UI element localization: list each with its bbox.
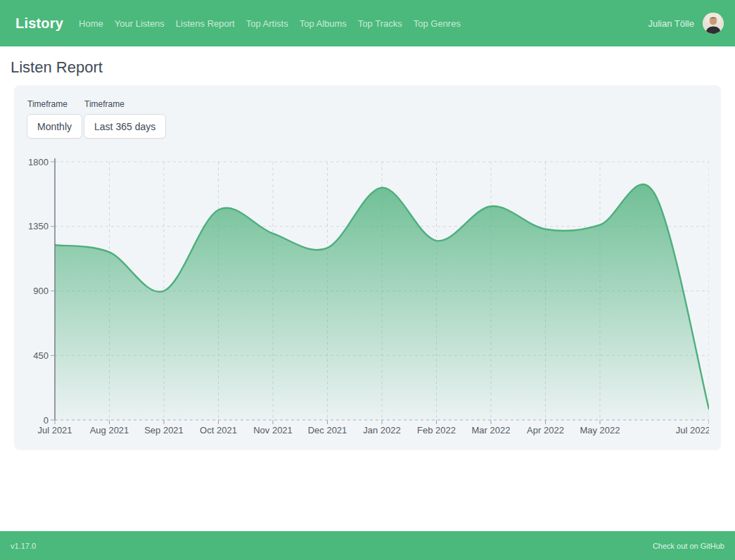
svg-text:Oct 2021: Oct 2021 xyxy=(200,425,237,435)
timeframe-filters: Timeframe Monthly Timeframe Last 365 day… xyxy=(27,98,709,139)
nav-item-top-albums[interactable]: Top Albums xyxy=(294,13,352,34)
timeframe-range-label: Timeframe xyxy=(84,99,166,109)
svg-text:1800: 1800 xyxy=(28,157,49,167)
timeframe-range-button[interactable]: Last 365 days xyxy=(84,114,166,139)
svg-text:Jul 2022: Jul 2022 xyxy=(676,425,709,435)
nav-item-top-tracks[interactable]: Top Tracks xyxy=(352,13,408,34)
nav-item-top-artists[interactable]: Top Artists xyxy=(241,13,294,34)
app-version: v1.17.0 xyxy=(11,542,36,550)
app-logo[interactable]: Listory xyxy=(15,15,63,32)
svg-text:Apr 2022: Apr 2022 xyxy=(527,425,564,435)
user-name[interactable]: Julian Tölle xyxy=(648,18,694,29)
avatar-photo xyxy=(703,13,724,34)
svg-text:900: 900 xyxy=(33,286,49,296)
report-card: Timeframe Monthly Timeframe Last 365 day… xyxy=(14,85,721,450)
user-avatar[interactable] xyxy=(703,13,724,34)
nav-item-listens-report[interactable]: Listens Report xyxy=(170,13,241,34)
navbar-links: HomeYour ListensListens ReportTop Artist… xyxy=(73,13,466,34)
svg-text:Nov 2021: Nov 2021 xyxy=(253,425,293,435)
nav-item-your-listens[interactable]: Your Listens xyxy=(109,13,170,34)
github-link[interactable]: Check out on GitHub xyxy=(653,542,724,550)
timeframe-range-group: Timeframe Last 365 days xyxy=(84,98,166,139)
svg-text:May 2022: May 2022 xyxy=(580,425,620,435)
svg-text:450: 450 xyxy=(33,350,49,361)
nav-item-home[interactable]: Home xyxy=(73,13,109,34)
main-content: Listen Report Timeframe Monthly Timefram… xyxy=(0,58,735,450)
svg-text:Jul 2021: Jul 2021 xyxy=(37,425,72,435)
listens-area-chart: 045090013501800Jul 2021Aug 2021Sep 2021O… xyxy=(27,157,709,438)
svg-text:Dec 2021: Dec 2021 xyxy=(308,425,347,435)
listen-chart-svg: 045090013501800Jul 2021Aug 2021Sep 2021O… xyxy=(27,157,709,437)
timeframe-mode-group: Timeframe Monthly xyxy=(27,98,82,139)
navbar: Listory HomeYour ListensListens ReportTo… xyxy=(0,0,735,46)
timeframe-mode-button[interactable]: Monthly xyxy=(27,114,82,139)
svg-text:0: 0 xyxy=(44,415,49,426)
navbar-user-section: Julian Tölle xyxy=(648,13,724,34)
svg-text:Mar 2022: Mar 2022 xyxy=(472,425,511,435)
footer: v1.17.0 Check out on GitHub xyxy=(0,531,735,560)
svg-text:Jan 2022: Jan 2022 xyxy=(363,425,401,435)
svg-text:Sep 2021: Sep 2021 xyxy=(144,425,184,435)
svg-text:Aug 2021: Aug 2021 xyxy=(90,425,129,435)
timeframe-mode-label: Timeframe xyxy=(27,99,82,109)
svg-text:1350: 1350 xyxy=(28,221,49,231)
svg-text:Feb 2022: Feb 2022 xyxy=(417,425,456,435)
page-title: Listen Report xyxy=(11,58,724,77)
nav-item-top-genres[interactable]: Top Genres xyxy=(408,13,466,34)
